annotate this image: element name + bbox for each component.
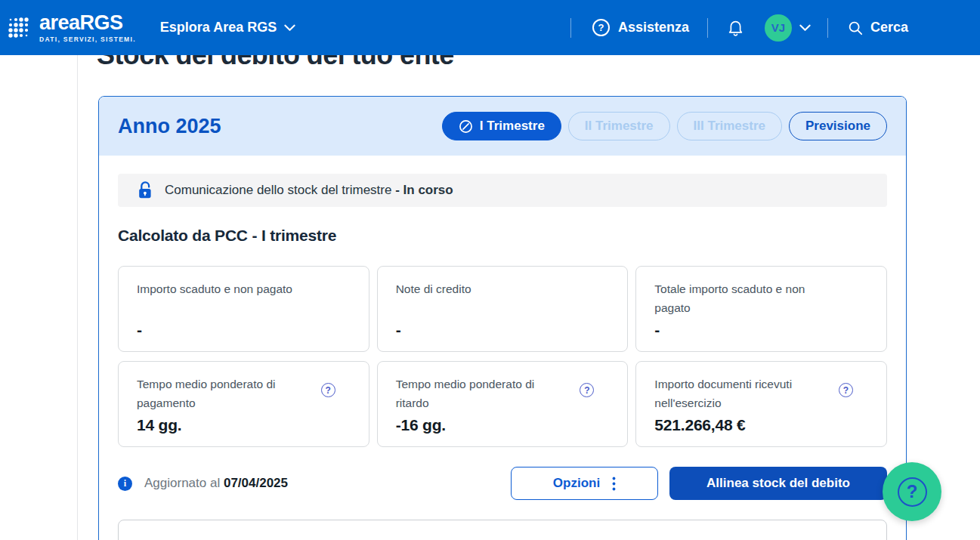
kpi-tempo-ritardo: Tempo medio ponderato di ritardo -16 gg.… bbox=[377, 361, 629, 447]
kpi-value: - bbox=[654, 321, 868, 339]
explore-label: Esplora Area RGS bbox=[160, 20, 277, 35]
app-window: Stock del debito del tuo ente areaRGS DA… bbox=[0, 0, 980, 540]
search-button[interactable]: Cerca bbox=[848, 20, 908, 35]
nav-divider bbox=[707, 18, 708, 38]
avatar-initials: VJ bbox=[771, 21, 785, 34]
explore-menu-button[interactable]: Esplora Area RGS bbox=[160, 20, 295, 35]
banner-message: Comunicazione dello stock del trimestre bbox=[165, 183, 391, 197]
trimester-tabs: I Trimestre II Trimestre III Trimestre P… bbox=[442, 112, 887, 140]
tab-label: Previsione bbox=[805, 119, 870, 134]
footer-actions: Opzioni Allinea stock del debito bbox=[511, 467, 887, 500]
notifications-button[interactable] bbox=[728, 19, 744, 36]
arearg-logo[interactable]: areaRGS DATI, SERVIZI, SISTEMI. bbox=[8, 13, 136, 43]
search-icon bbox=[848, 20, 863, 35]
question-glyph: ? bbox=[584, 385, 589, 396]
navbar-right-group: ? Assistenza VJ bbox=[570, 14, 980, 42]
align-stock-button[interactable]: Allinea stock del debito bbox=[669, 467, 887, 500]
info-icon: i bbox=[118, 477, 132, 491]
updated-text: Aggiornato al 07/04/2025 bbox=[144, 476, 288, 491]
communication-status-banner: Comunicazione dello stock del trimestre … bbox=[118, 174, 887, 207]
kpi-label: Tempo medio ponderato di ritardo bbox=[396, 375, 610, 413]
tab-i-trimestre[interactable]: I Trimestre bbox=[442, 112, 561, 140]
kpi-label: Importo scaduto e non pagato bbox=[137, 280, 351, 299]
tab-label: II Trimestre bbox=[585, 119, 654, 134]
kpi-importo-documenti: Importo documenti ricevuti nell'esercizi… bbox=[635, 361, 887, 447]
banner-status: - In corso bbox=[395, 183, 453, 197]
nav-divider bbox=[827, 18, 828, 38]
options-button[interactable]: Opzioni bbox=[511, 467, 658, 500]
assistance-question-icon: ? bbox=[592, 19, 610, 36]
next-section-card bbox=[118, 520, 887, 540]
panel-body: Comunicazione dello stock del trimestre … bbox=[99, 156, 906, 540]
chevron-down-icon bbox=[284, 24, 295, 32]
updated-prefix: Aggiornato al bbox=[144, 476, 220, 490]
year-title: Anno 2025 bbox=[118, 115, 221, 138]
kebab-menu-icon bbox=[612, 477, 616, 491]
profile-menu-button[interactable] bbox=[799, 24, 811, 32]
tab-iii-trimestre: III Trimestre bbox=[677, 112, 782, 140]
question-glyph: ? bbox=[907, 481, 918, 502]
kpi-label: Tempo medio ponderato di pagamento bbox=[137, 375, 351, 413]
panel-footer: i Aggiornato al 07/04/2025 Opzioni bbox=[118, 467, 887, 500]
kpi-value: - bbox=[137, 321, 351, 339]
kpi-value: -16 gg. bbox=[396, 416, 610, 434]
kpi-value: - bbox=[396, 321, 610, 339]
stock-debito-panel: Anno 2025 I Trimestre II Trimestre III T… bbox=[98, 96, 907, 540]
kpi-label: Totale importo scaduto e non pagato bbox=[654, 280, 868, 318]
question-glyph: ? bbox=[598, 22, 604, 33]
question-glyph: ? bbox=[325, 385, 330, 396]
content-left-border bbox=[77, 55, 78, 540]
logo-tagline: DATI, SERVIZI, SISTEMI. bbox=[39, 35, 136, 43]
floating-help-button[interactable]: ? bbox=[883, 462, 941, 521]
kpi-totale-importo: Totale importo scaduto e non pagato - bbox=[635, 266, 887, 352]
kpi-label: Note di credito bbox=[396, 280, 610, 299]
panel-header: Anno 2025 I Trimestre II Trimestre III T… bbox=[99, 97, 906, 156]
tab-ii-trimestre: II Trimestre bbox=[568, 112, 670, 140]
info-glyph: i bbox=[124, 478, 126, 489]
question-circle-icon: ? bbox=[898, 477, 927, 507]
help-tooltip-icon[interactable]: ? bbox=[839, 383, 853, 397]
nav-divider bbox=[570, 18, 571, 38]
tab-label: III Trimestre bbox=[694, 119, 765, 134]
assistance-link[interactable]: Assistenza bbox=[618, 20, 689, 35]
kpi-importo-scaduto: Importo scaduto e non pagato - bbox=[118, 266, 369, 352]
tab-label: I Trimestre bbox=[480, 119, 545, 134]
kpi-tempo-pagamento: Tempo medio ponderato di pagamento 14 gg… bbox=[118, 361, 369, 447]
help-tooltip-icon[interactable]: ? bbox=[321, 383, 335, 397]
kpi-value: 14 gg. bbox=[137, 416, 351, 434]
question-glyph: ? bbox=[843, 385, 849, 396]
tab-previsione[interactable]: Previsione bbox=[789, 112, 887, 140]
updated-date: 07/04/2025 bbox=[224, 476, 288, 490]
search-label: Cerca bbox=[870, 20, 908, 35]
in-progress-icon bbox=[459, 119, 473, 134]
top-navbar: areaRGS DATI, SERVIZI, SISTEMI. Esplora … bbox=[0, 0, 980, 55]
logo-wordmark: areaRGS bbox=[39, 13, 136, 33]
banner-text: Comunicazione dello stock del trimestre … bbox=[165, 183, 453, 198]
updated-info: i Aggiornato al 07/04/2025 bbox=[118, 476, 288, 491]
kpi-grid: Importo scaduto e non pagato - Note di c… bbox=[118, 266, 887, 447]
kpi-label: Importo documenti ricevuti nell'esercizi… bbox=[654, 375, 868, 413]
options-label: Opzioni bbox=[553, 476, 600, 491]
dot-grid-logo-icon bbox=[8, 16, 31, 39]
section-title: Calcolato da PCC - I trimestre bbox=[118, 227, 887, 245]
chevron-down-icon bbox=[799, 24, 811, 32]
unlock-icon bbox=[138, 181, 153, 199]
bell-icon bbox=[728, 19, 744, 36]
kpi-value: 521.266,48 € bbox=[654, 416, 868, 434]
avatar[interactable]: VJ bbox=[765, 14, 792, 42]
kpi-note-credito: Note di credito - bbox=[377, 266, 629, 352]
